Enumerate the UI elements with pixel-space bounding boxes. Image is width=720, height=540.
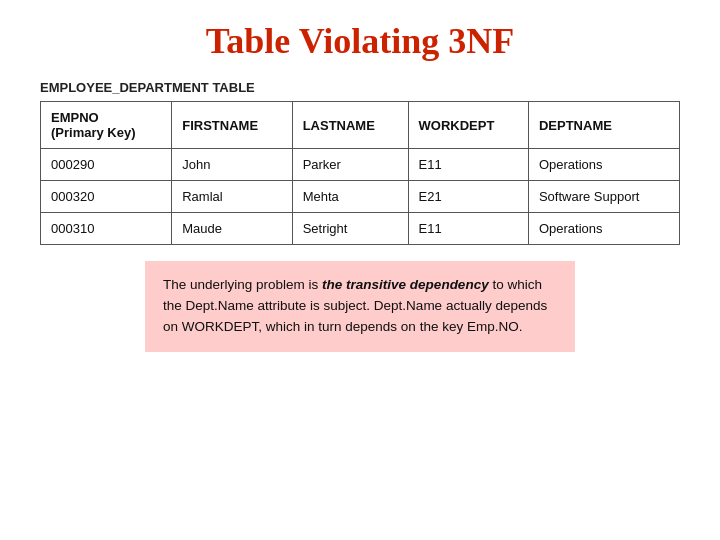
cell-lastname-1: Parker [292, 149, 408, 181]
col-header-workdept: WORKDEPT [408, 102, 528, 149]
cell-lastname-3: Setright [292, 213, 408, 245]
cell-workdept-1: E11 [408, 149, 528, 181]
table-header-row: EMPNO(Primary Key) FIRSTNAME LASTNAME WO… [41, 102, 680, 149]
cell-deptname-3: Operations [528, 213, 679, 245]
table-label: EMPLOYEE_DEPARTMENT TABLE [40, 80, 255, 95]
page-title: Table Violating 3NF [40, 20, 680, 62]
cell-deptname-2: Software Support [528, 181, 679, 213]
cell-firstname-1: John [172, 149, 292, 181]
table-row: 000320 Ramlal Mehta E21 Software Support [41, 181, 680, 213]
cell-lastname-2: Mehta [292, 181, 408, 213]
note-prefix: The underlying problem is [163, 277, 322, 292]
cell-empno-2: 000320 [41, 181, 172, 213]
note-box: The underlying problem is the transitive… [145, 261, 575, 352]
cell-empno-3: 000310 [41, 213, 172, 245]
col-header-deptname: DEPTNAME [528, 102, 679, 149]
cell-firstname-2: Ramlal [172, 181, 292, 213]
cell-workdept-3: E11 [408, 213, 528, 245]
note-bold-text: the transitive dependency [322, 277, 489, 292]
cell-empno-1: 000290 [41, 149, 172, 181]
cell-firstname-3: Maude [172, 213, 292, 245]
col-header-empno: EMPNO(Primary Key) [41, 102, 172, 149]
page: Table Violating 3NF EMPLOYEE_DEPARTMENT … [0, 0, 720, 540]
employee-department-table: EMPNO(Primary Key) FIRSTNAME LASTNAME WO… [40, 101, 680, 245]
cell-deptname-1: Operations [528, 149, 679, 181]
table-row: 000290 John Parker E11 Operations [41, 149, 680, 181]
table-row: 000310 Maude Setright E11 Operations [41, 213, 680, 245]
col-header-firstname: FIRSTNAME [172, 102, 292, 149]
col-header-lastname: LASTNAME [292, 102, 408, 149]
cell-workdept-2: E21 [408, 181, 528, 213]
